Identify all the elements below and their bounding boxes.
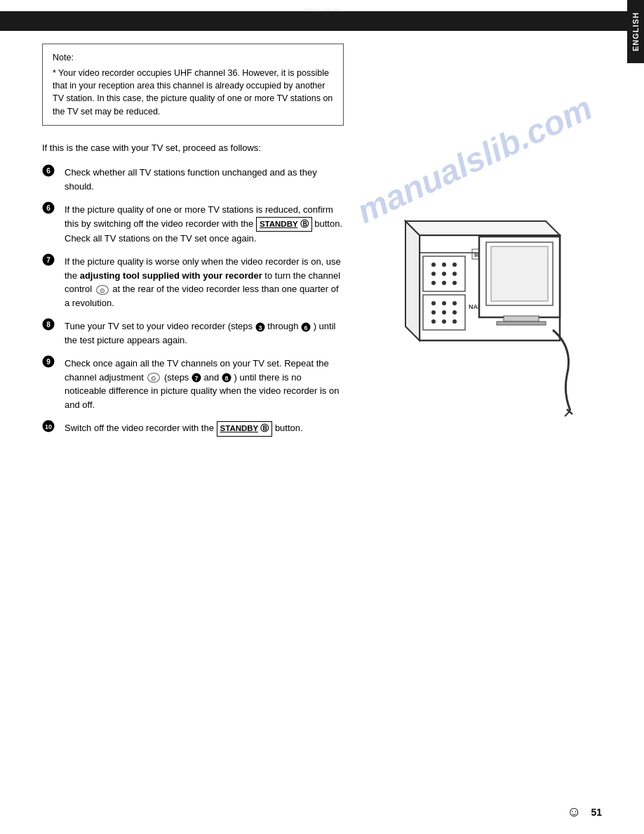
svg-point-28 xyxy=(431,272,436,276)
svg-line-57 xyxy=(565,411,570,416)
ctrl-icon-1: ⊙ xyxy=(96,285,109,295)
step-7-text: If the picture quality is worse only whe… xyxy=(65,255,345,310)
svg-point-43 xyxy=(452,319,457,324)
svg-text:8: 8 xyxy=(46,321,51,329)
svg-text:6: 6 xyxy=(46,167,51,175)
svg-point-27 xyxy=(452,263,457,267)
svg-marker-23 xyxy=(405,221,560,235)
step-9-text: Check once again all the TV channels on … xyxy=(65,357,345,411)
page-number: 51 xyxy=(591,807,602,818)
standby-btn-1: STANDBY Ⓑ xyxy=(256,217,312,232)
svg-point-26 xyxy=(442,263,446,267)
vcr-illustration: BSIG H TV MOD FREQ. NAL 2 xyxy=(398,204,609,428)
step-9-number: 9 xyxy=(42,355,59,373)
note-box: Note: * Your video recorder occupies UHF… xyxy=(42,44,344,126)
svg-point-29 xyxy=(442,272,446,276)
step-6a-number: 6 xyxy=(42,164,59,182)
svg-text:7: 7 xyxy=(46,256,51,264)
svg-point-38 xyxy=(431,310,436,315)
svg-text:6: 6 xyxy=(304,324,308,331)
ctrl-icon-2: ⊙ xyxy=(147,373,160,383)
svg-point-41 xyxy=(431,319,436,324)
svg-point-39 xyxy=(442,310,446,315)
svg-point-25 xyxy=(431,263,436,267)
step-7-bold: adjusting tool supplied with your record… xyxy=(80,270,262,281)
svg-rect-60 xyxy=(491,246,548,301)
english-tab: ENGLISH xyxy=(627,0,644,63)
step-6b-number: 6 xyxy=(42,201,59,219)
intro-text: If this is the case with your TV set, pr… xyxy=(42,141,561,155)
svg-rect-62 xyxy=(497,322,546,325)
svg-text:10: 10 xyxy=(45,423,52,430)
step-8-text: Tune your TV set to your video recorder … xyxy=(65,319,345,347)
standby-btn-2: STANDBY Ⓑ xyxy=(217,421,273,436)
svg-marker-22 xyxy=(405,221,420,340)
svg-text:H: H xyxy=(475,253,478,258)
svg-rect-61 xyxy=(504,316,539,322)
svg-point-33 xyxy=(452,281,457,285)
svg-text:3: 3 xyxy=(258,324,262,331)
svg-point-42 xyxy=(442,319,446,324)
svg-text:8: 8 xyxy=(224,375,228,382)
step-7-number: 7 xyxy=(42,253,59,271)
svg-point-36 xyxy=(442,301,446,305)
step-8-number: 8 xyxy=(42,318,59,336)
footer: ☺ 51 xyxy=(0,804,644,820)
step-6a-text: Check whether all TV stations function u… xyxy=(65,166,345,193)
svg-point-37 xyxy=(452,301,457,305)
svg-text:7: 7 xyxy=(194,375,198,382)
svg-point-32 xyxy=(442,281,446,285)
svg-point-31 xyxy=(431,281,436,285)
step-10-text: Switch off the video recorder with the S… xyxy=(65,421,303,436)
svg-text:6: 6 xyxy=(46,204,51,212)
svg-point-30 xyxy=(452,272,457,276)
step-10-number: 10 xyxy=(42,420,59,437)
svg-point-35 xyxy=(431,301,436,305)
note-content: * Your video recorder occupies UHF chann… xyxy=(53,67,333,118)
step-6b-text: If the picture quality of one or more TV… xyxy=(65,203,345,245)
footer-icon: ☺ xyxy=(567,804,581,820)
top-bar xyxy=(0,11,644,31)
svg-text:9: 9 xyxy=(46,358,51,366)
step-6a: 6 Check whether all TV stations function… xyxy=(42,166,561,193)
top-faded-text: ... ... ... ... xyxy=(0,0,644,11)
note-title: Note: xyxy=(53,51,333,64)
svg-point-40 xyxy=(452,310,457,315)
